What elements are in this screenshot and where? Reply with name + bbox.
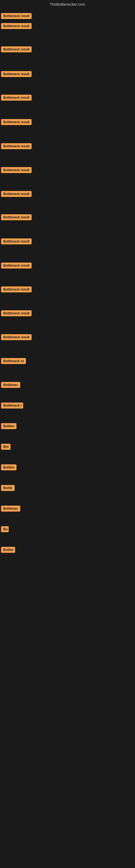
bottleneck-result-badge: Bot: [1, 444, 10, 450]
bottleneck-result-badge: Bottleneck result: [1, 334, 32, 340]
bottleneck-result-badge: Bottleneck result: [1, 239, 32, 244]
bottleneck-result-badge: Bottleneck result: [1, 191, 32, 197]
bottleneck-result-badge: Bottlenec: [1, 382, 20, 388]
bottleneck-result-badge: Bottleneck result: [1, 23, 32, 29]
site-title: TheBottlenecker.com: [50, 2, 85, 6]
bottleneck-result-badge: Bottleneck result: [1, 13, 32, 19]
bottleneck-result-badge: Bottleneck result: [1, 143, 32, 149]
bottleneck-result-badge: Bottle: [1, 485, 14, 491]
bottleneck-result-badge: Bottleneck result: [1, 310, 32, 316]
bottleneck-result-badge: Bottleneck result: [1, 95, 32, 101]
bottleneck-result-badge: Bottlen: [1, 464, 16, 470]
bottleneck-result-badge: Bottler: [1, 547, 15, 553]
bottleneck-result-badge: Bottleneck r: [1, 403, 23, 408]
bottleneck-result-badge: Bottleneck result: [1, 262, 32, 269]
bottleneck-result-badge: Bottleneck result: [1, 71, 32, 77]
bottleneck-result-badge: Bottleneck result: [1, 119, 32, 125]
bottleneck-result-badge: Bottleneck result: [1, 214, 32, 220]
bottleneck-result-badge: Bottleneck result: [1, 167, 32, 173]
bottleneck-result-badge: Bottleneck result: [1, 46, 32, 52]
bottleneck-result-badge: Bottlenec: [1, 506, 20, 512]
page-container: TheBottlenecker.com Bottleneck resultBot…: [0, 0, 135, 868]
site-header: TheBottlenecker.com: [0, 0, 135, 8]
bottleneck-result-badge: Bottleneck re: [1, 358, 26, 364]
bottleneck-result-badge: Bottleneck result: [1, 286, 32, 292]
bottleneck-result-badge: Bo: [1, 526, 9, 532]
bottleneck-result-badge: Bottlen: [1, 423, 16, 429]
